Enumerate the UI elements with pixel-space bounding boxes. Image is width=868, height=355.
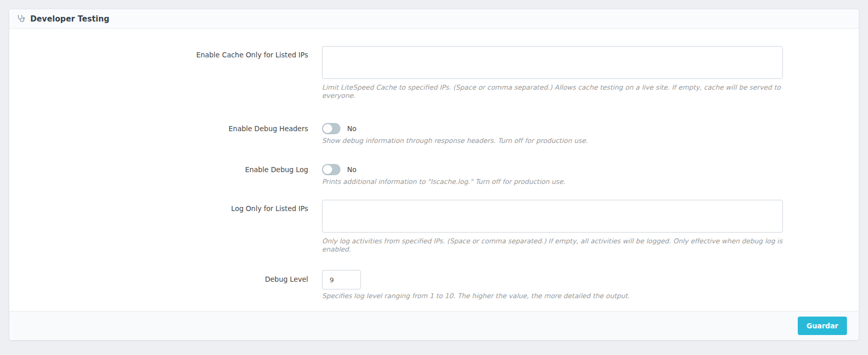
- panel-footer: Guardar: [9, 311, 859, 340]
- panel-title: Developer Testing: [30, 14, 109, 24]
- debug-headers-label: Enable Debug Headers: [9, 123, 322, 133]
- panel-header: Developer Testing: [9, 9, 859, 29]
- save-button[interactable]: Guardar: [798, 317, 847, 335]
- field-row-log-only-ips: Log Only for Listed IPs Only log activit…: [9, 200, 859, 254]
- log-only-ips-textarea[interactable]: [322, 200, 783, 233]
- toggle-knob: [323, 165, 332, 174]
- cache-only-ips-label: Enable Cache Only for Listed IPs: [9, 46, 322, 59]
- debug-log-toggle[interactable]: [322, 164, 340, 175]
- debug-headers-help: Show debug information through response …: [322, 137, 794, 145]
- debug-log-label: Enable Debug Log: [9, 164, 322, 174]
- debug-level-help: Specifies log level ranging from 1 to 10…: [322, 292, 794, 300]
- toggle-knob: [323, 124, 332, 133]
- log-only-ips-help: Only log activities from specified IPs. …: [322, 237, 794, 254]
- log-only-ips-label: Log Only for Listed IPs: [9, 200, 322, 213]
- developer-testing-panel: Developer Testing Enable Cache Only for …: [9, 9, 859, 341]
- debug-headers-state: No: [347, 124, 356, 133]
- debug-log-state: No: [347, 165, 356, 174]
- cache-only-ips-help: Limit LiteSpeed Cache to specified IPs. …: [322, 83, 794, 100]
- field-row-debug-headers: Enable Debug Headers No Show debug infor…: [9, 123, 859, 145]
- debug-headers-toggle[interactable]: [322, 123, 340, 134]
- debug-log-help: Prints additional information to "lscach…: [322, 178, 794, 186]
- field-row-debug-level: Debug Level Specifies log level ranging …: [9, 270, 859, 300]
- panel-body: Enable Cache Only for Listed IPs Limit L…: [9, 29, 859, 311]
- stethoscope-icon: [17, 14, 26, 23]
- field-row-cache-only-ips: Enable Cache Only for Listed IPs Limit L…: [9, 46, 859, 100]
- field-row-debug-log: Enable Debug Log No Prints additional in…: [9, 164, 859, 186]
- debug-level-input[interactable]: [322, 270, 361, 289]
- debug-level-label: Debug Level: [9, 270, 322, 283]
- cache-only-ips-textarea[interactable]: [322, 46, 783, 79]
